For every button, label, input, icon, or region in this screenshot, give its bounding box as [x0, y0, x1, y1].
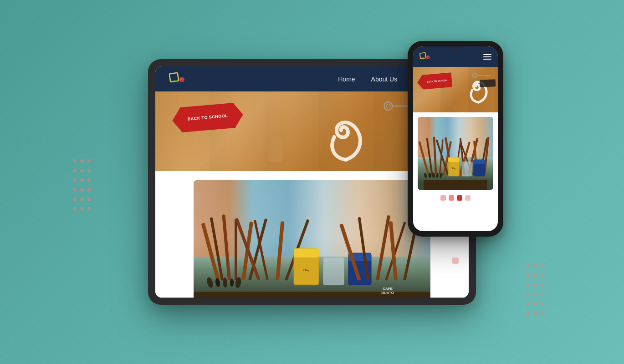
pagination-dots — [440, 195, 471, 201]
svg-point-20 — [230, 278, 234, 287]
banner-text: BACK TO SCHOOL — [187, 113, 228, 121]
svg-rect-63 — [448, 157, 459, 162]
phone-brush-scene: B₂₀ — [418, 117, 493, 190]
phone-content-area: B₂₀ — [413, 112, 498, 231]
phone-hero-section: BACK TO SCHOOL — [413, 67, 498, 112]
dot-pattern-left — [73, 159, 100, 214]
svg-point-38 — [474, 75, 476, 77]
svg-rect-65 — [462, 162, 471, 177]
svg-point-17 — [206, 277, 214, 288]
pagination-dot-3-active[interactable] — [457, 195, 462, 201]
deco-square-1 — [452, 258, 459, 264]
phone-stamp — [480, 79, 496, 87]
svg-point-37 — [473, 73, 477, 78]
svg-rect-34 — [194, 292, 430, 298]
svg-rect-23 — [294, 248, 319, 258]
svg-rect-25 — [323, 258, 344, 285]
phone-banner: BACK TO SCHOOL — [422, 72, 453, 90]
phone-screen: BACK TO SCHOOL — [413, 46, 498, 231]
hero-wood-block-2 — [268, 139, 284, 162]
svg-text:B₂₀: B₂₀ — [303, 268, 309, 272]
svg-text:B₂₀: B₂₀ — [452, 167, 456, 170]
svg-rect-68 — [424, 180, 487, 190]
hamburger-menu-button[interactable] — [483, 54, 491, 60]
brush-scene: B₂₀ — [194, 180, 430, 298]
pagination-dot-2[interactable] — [449, 195, 454, 201]
dot-pattern-right — [526, 264, 553, 318]
phone-notch — [453, 46, 458, 52]
hero-wood-block-1 — [160, 96, 179, 104]
phone-frame: BACK TO SCHOOL — [408, 41, 503, 237]
phone-brushes-svg: B₂₀ — [418, 135, 493, 190]
phone-art-image: B₂₀ — [418, 117, 493, 190]
pagination-dot-1[interactable] — [440, 195, 446, 201]
svg-point-18 — [215, 278, 220, 287]
nav-home[interactable]: Home — [338, 76, 355, 83]
phone-device: BACK TO SCHOOL — [408, 41, 503, 237]
pagination-dot-4[interactable] — [465, 195, 471, 201]
small-decorative-squares — [452, 258, 459, 264]
hero-swirl-decoration — [323, 101, 368, 164]
phone-key — [471, 72, 494, 79]
svg-point-36 — [426, 55, 430, 59]
cafe-bustelo-label: CAFE BUSTO — [381, 287, 394, 295]
svg-rect-10 — [235, 219, 237, 280]
brushes-svg: B₂₀ — [194, 212, 430, 298]
svg-rect-9 — [222, 214, 231, 280]
svg-rect-44 — [433, 137, 437, 175]
svg-rect-67 — [474, 160, 485, 164]
svg-point-2 — [384, 102, 393, 110]
logo-icon — [169, 72, 185, 86]
nav-about[interactable]: About Us — [371, 76, 398, 83]
tablet-logo — [169, 72, 185, 86]
art-supplies-image: B₂₀ — [194, 180, 430, 298]
back-to-school-banner: BACK TO SCHOOL — [179, 103, 236, 132]
svg-rect-15 — [276, 221, 284, 280]
phone-logo-icon — [419, 52, 430, 61]
svg-point-3 — [386, 104, 390, 108]
phone-banner-text: BACK TO SCHOOL — [427, 79, 448, 83]
phone-logo — [419, 52, 430, 61]
